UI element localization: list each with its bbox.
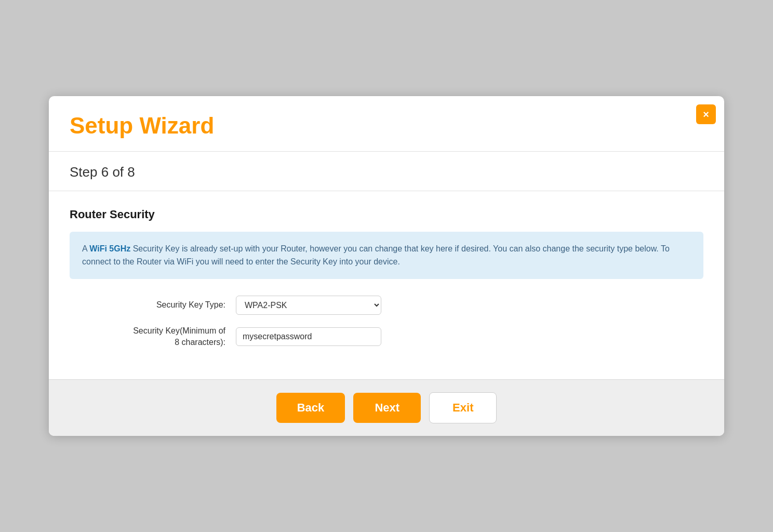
info-box: A WiFi 5GHz Security Key is already set-… [70,232,703,279]
security-key-type-select[interactable]: WPA2-PSK WPA-PSK WEP None [236,296,381,315]
setup-wizard-dialog: × Setup Wizard Step 6 of 8 Router Securi… [49,96,724,436]
step-label: Step 6 of 8 [70,164,135,180]
security-key-row: Security Key(Minimum of 8 characters): [101,325,703,349]
dialog-header: Setup Wizard [49,96,724,152]
info-highlight: WiFi 5GHz [89,244,130,253]
info-text-after: Security Key is already set-up with your… [82,244,670,267]
form-section: Security Key Type: WPA2-PSK WPA-PSK WEP … [101,296,703,349]
security-key-label: Security Key(Minimum of 8 characters): [101,325,236,349]
next-button[interactable]: Next [353,393,421,423]
exit-button[interactable]: Exit [429,392,497,423]
section-title: Router Security [70,208,703,221]
dialog-footer: Back Next Exit [49,379,724,436]
security-key-type-row: Security Key Type: WPA2-PSK WPA-PSK WEP … [101,296,703,315]
security-key-input[interactable] [236,327,381,346]
dialog-body: Router Security A WiFi 5GHz Security Key… [49,191,724,380]
dialog-title: Setup Wizard [70,113,703,139]
back-button[interactable]: Back [276,393,345,423]
close-button[interactable]: × [696,104,716,124]
security-key-type-label: Security Key Type: [101,299,236,311]
info-text-before: A [82,244,89,253]
step-section: Step 6 of 8 [49,152,724,191]
